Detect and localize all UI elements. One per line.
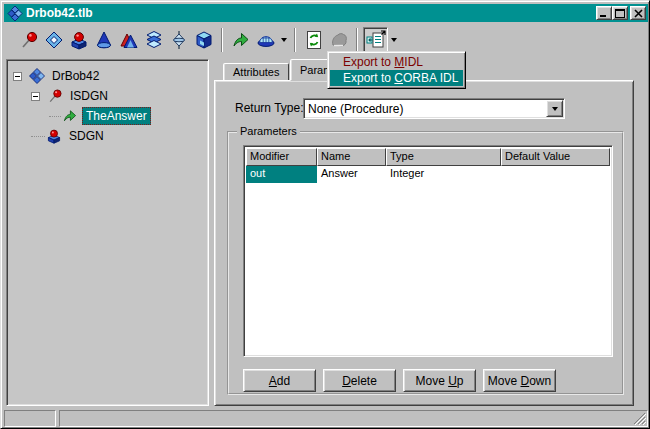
method-icon (61, 108, 79, 124)
tab-label: Attributes (233, 66, 279, 78)
column-header-modifier[interactable]: Modifier (246, 148, 317, 166)
export-menu: Export to MIDL Export to CORBA IDL (327, 51, 466, 89)
move-up-button[interactable]: Move Up (403, 369, 476, 392)
grid-header-row: Modifier Name Type Default Value (246, 148, 610, 166)
grid-button-row: Add Delete Move Up Move Down (243, 369, 556, 392)
toolbar-separator (294, 28, 296, 52)
delete-button[interactable]: Delete (323, 369, 396, 392)
parameters-groupbox: Parameters Modifier Name Type Default Va… (227, 131, 624, 395)
resize-grip[interactable] (633, 412, 646, 425)
method-icon (231, 30, 251, 50)
property-icon (256, 30, 276, 50)
register-button-disabled (326, 27, 351, 53)
tree-item-label[interactable]: ISDGN (67, 88, 111, 104)
return-type-label: Return Type: (235, 101, 303, 115)
close-button[interactable] (630, 6, 646, 20)
new-method-button[interactable] (228, 27, 253, 53)
refresh-button[interactable] (301, 27, 326, 53)
collapse-toggle[interactable] (31, 92, 40, 101)
column-header-type[interactable]: Type (386, 148, 501, 166)
module-icon (169, 30, 189, 50)
new-record-button[interactable] (116, 27, 141, 53)
menu-item-export-corba-idl[interactable]: Export to CORBA IDL (330, 70, 463, 86)
coclass-icon (45, 128, 63, 144)
cell-default-value[interactable] (501, 166, 610, 183)
column-header-name[interactable]: Name (317, 148, 386, 166)
export-button[interactable] (363, 27, 388, 53)
export-icon (366, 30, 386, 50)
tree-item-sdgn[interactable]: SDGN (9, 126, 206, 146)
cell-modifier[interactable]: out (246, 166, 317, 183)
new-alias-button[interactable] (191, 27, 216, 53)
typelib-icon (28, 68, 46, 84)
tree-item-label[interactable]: DrBob42 (49, 68, 102, 84)
tree-connector (49, 116, 61, 117)
title-bar: Drbob42.tlb (4, 4, 648, 22)
minimize-button[interactable] (596, 6, 612, 20)
toolbar-separator (221, 28, 223, 52)
tree-item-label-selected[interactable]: TheAnswer (82, 107, 151, 125)
combo-dropdown-button[interactable] (546, 100, 563, 117)
register-icon (329, 30, 349, 50)
tree-item-theanswer[interactable]: TheAnswer (9, 106, 206, 126)
table-row[interactable]: out Answer Integer (246, 166, 610, 183)
parameters-page: Return Type: None (Procedure) Parameters… (214, 80, 634, 406)
coclass-icon (69, 30, 89, 50)
groupbox-label: Parameters (237, 125, 300, 137)
tree-item-isdgn[interactable]: ISDGN (9, 86, 206, 106)
move-down-button[interactable]: Move Down (483, 369, 556, 392)
refresh-icon (304, 30, 324, 50)
tree-item-label[interactable]: SDGN (66, 128, 107, 144)
interface-icon (46, 88, 64, 104)
new-union-button[interactable] (141, 27, 166, 53)
status-panel-left (4, 410, 56, 427)
status-bar (4, 408, 648, 427)
toolbar-separator (356, 28, 358, 52)
status-panel-right (59, 410, 648, 427)
tree-item-drbob42[interactable]: DrBob42 (9, 66, 206, 86)
cell-type[interactable]: Integer (386, 166, 501, 183)
return-type-value: None (Procedure) (304, 102, 546, 116)
column-header-default-value[interactable]: Default Value (501, 148, 610, 166)
tab-attributes[interactable]: Attributes (223, 63, 289, 81)
export-dropdown-arrow[interactable] (388, 27, 399, 53)
typelib-tree: DrBob42 ISDGN TheAnswer (6, 59, 209, 406)
tree-connector (31, 136, 45, 137)
typelib-icon (7, 5, 23, 21)
new-coclass-button[interactable] (66, 27, 91, 53)
new-interface-button[interactable] (16, 27, 41, 53)
return-type-combobox[interactable]: None (Procedure) (303, 98, 565, 119)
maximize-button[interactable] (612, 6, 628, 20)
dispinterface-icon (44, 30, 64, 50)
cell-name[interactable]: Answer (317, 166, 386, 183)
new-property-button[interactable] (253, 27, 278, 53)
window-title: Drbob42.tlb (26, 6, 596, 20)
collapse-toggle[interactable] (13, 72, 22, 81)
union-icon (144, 30, 164, 50)
toolbar (4, 24, 648, 56)
new-module-button[interactable] (166, 27, 191, 53)
add-button[interactable]: Add (243, 369, 316, 392)
property-dropdown-arrow[interactable] (278, 27, 289, 53)
interface-icon (19, 30, 39, 50)
new-dispinterface-button[interactable] (41, 27, 66, 53)
record-icon (119, 30, 139, 50)
alias-icon (194, 30, 214, 50)
menu-item-export-midl[interactable]: Export to MIDL (330, 54, 463, 70)
app-window: Drbob42.tlb (0, 0, 650, 429)
detail-pane: Attributes Parameters Return Type: None … (214, 59, 644, 406)
new-enum-button[interactable] (91, 27, 116, 53)
enum-icon (94, 30, 114, 50)
chevron-down-icon (552, 107, 558, 111)
parameters-grid[interactable]: Modifier Name Type Default Value out Ans… (243, 145, 613, 357)
